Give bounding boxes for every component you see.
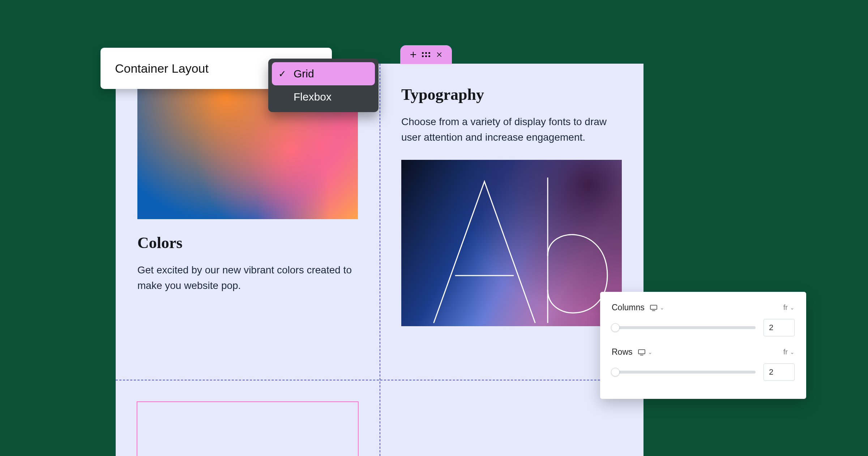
- chevron-down-icon: ⌄: [790, 349, 795, 355]
- columns-row: Columns ⌄ fr ⌄ 2: [612, 303, 795, 336]
- drag-handle-icon[interactable]: [423, 51, 429, 58]
- layout-option-flexbox[interactable]: Flexbox: [272, 85, 375, 108]
- chevron-down-icon: ⌄: [660, 304, 664, 311]
- device-selector[interactable]: ⌄: [638, 349, 653, 355]
- columns-slider[interactable]: [612, 326, 756, 329]
- layout-option-label: Grid: [294, 68, 314, 80]
- columns-value: 2: [769, 323, 773, 332]
- rows-slider[interactable]: [612, 371, 756, 374]
- colors-heading: Colors: [137, 234, 358, 252]
- layout-option-grid[interactable]: ✓ Grid: [272, 62, 375, 85]
- typography-image: [401, 160, 622, 326]
- container-layout-dropdown[interactable]: ✓ Grid Flexbox: [268, 59, 379, 112]
- rows-row: Rows ⌄ fr ⌄ 2: [612, 347, 795, 381]
- section-tab[interactable]: [400, 45, 452, 64]
- typography-sample-glyphs: [423, 171, 611, 326]
- colors-body: Get excited by our new vibrant colors cr…: [137, 262, 358, 294]
- columns-value-input[interactable]: 2: [764, 319, 795, 336]
- close-icon[interactable]: [436, 51, 442, 58]
- rows-unit-selector[interactable]: fr ⌄: [783, 348, 795, 356]
- columns-unit: fr: [783, 303, 788, 312]
- desktop-icon: [650, 304, 658, 311]
- plus-icon[interactable]: [410, 51, 416, 58]
- rows-value-input[interactable]: 2: [764, 363, 795, 381]
- grid-canvas[interactable]: Colors Get excited by our new vibrant co…: [116, 64, 643, 456]
- chevron-down-icon: ⌄: [648, 349, 653, 355]
- layout-option-label: Flexbox: [294, 91, 332, 103]
- rows-unit: fr: [783, 348, 788, 356]
- container-layout-label: Container Layout: [115, 61, 209, 76]
- typography-heading: Typography: [401, 85, 622, 104]
- grid-dimensions-panel: Columns ⌄ fr ⌄ 2 Rows: [600, 292, 806, 399]
- slider-thumb[interactable]: [611, 323, 620, 332]
- typography-body: Choose from a variety of display fonts t…: [401, 114, 622, 145]
- desktop-icon: [638, 349, 646, 355]
- rows-label: Rows: [612, 347, 633, 357]
- columns-label: Columns: [612, 303, 645, 312]
- device-selector[interactable]: ⌄: [650, 304, 664, 311]
- empty-block-placeholder[interactable]: [137, 401, 359, 456]
- rows-value: 2: [769, 367, 773, 377]
- slider-thumb[interactable]: [611, 368, 620, 376]
- check-icon: ✓: [277, 68, 288, 80]
- svg-rect-1: [638, 349, 645, 354]
- chevron-down-icon: ⌄: [790, 304, 795, 311]
- svg-rect-0: [650, 305, 657, 309]
- grid-divider-horizontal: [116, 380, 643, 380]
- columns-unit-selector[interactable]: fr ⌄: [783, 303, 795, 312]
